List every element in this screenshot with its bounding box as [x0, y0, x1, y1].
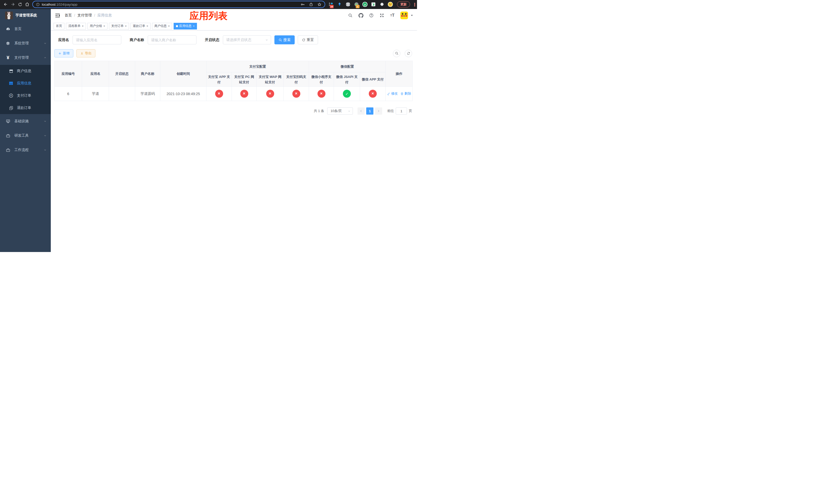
extension-command-icon[interactable] [345, 2, 351, 7]
back-icon[interactable] [2, 1, 9, 8]
address-bar[interactable]: localhost:1024/pay/app [32, 1, 325, 8]
sidebar-item-app-info[interactable]: 应用信息 [0, 77, 51, 90]
status-fail-icon [317, 90, 326, 98]
github-icon[interactable] [358, 13, 364, 18]
col-app-id: 应用编号 [54, 61, 82, 87]
page-size-select[interactable]: 10条/页 [327, 108, 353, 115]
top-navbar: 首页 / 支付管理 / 应用信息 应用列表 TT [51, 9, 417, 22]
refresh-table-button[interactable] [405, 50, 412, 57]
close-icon[interactable] [193, 24, 195, 28]
close-icon[interactable] [125, 24, 127, 28]
delete-link[interactable]: 删除 [400, 91, 411, 96]
app-logo[interactable]: 芋道管理系统 [0, 9, 51, 22]
extension-gem-icon[interactable] [337, 2, 343, 7]
prev-page-button[interactable] [357, 108, 365, 115]
help-icon[interactable] [369, 13, 374, 18]
share-icon[interactable] [309, 2, 313, 6]
page-annotation-title: 应用列表 [190, 9, 227, 22]
tab-user-group[interactable]: 用户分组 [87, 23, 107, 29]
key-icon[interactable] [301, 2, 305, 7]
cell-app-id: 6 [54, 87, 82, 101]
chevron-down-icon [44, 148, 47, 152]
svg-text:y: y [364, 3, 366, 6]
tab-refund-order[interactable]: 退款订单 [131, 23, 151, 29]
caret-down-icon[interactable] [410, 14, 413, 17]
next-page-button[interactable] [375, 108, 382, 115]
bookmark-star-icon[interactable] [317, 2, 322, 7]
browser-menu-icon[interactable]: ••• [413, 3, 416, 6]
add-button[interactable]: 新增 [54, 49, 73, 58]
sidebar-item-dev-tools[interactable]: 研发工具 [0, 129, 51, 143]
close-icon[interactable] [168, 24, 170, 28]
sidebar: 芋道管理系统 首页 系统管理 ¥ 支付管理 [0, 9, 51, 252]
status-pass-icon [343, 90, 351, 98]
sidebar-item-label: 支付订单 [17, 93, 31, 98]
app-name-input[interactable] [72, 36, 121, 44]
sidebar-item-home[interactable]: 首页 [0, 22, 51, 36]
status-fail-icon [369, 90, 377, 98]
plus-icon [58, 52, 62, 55]
sidebar-item-label: 退款订单 [17, 106, 31, 110]
home-icon[interactable] [24, 1, 31, 8]
tab-process-form[interactable]: 流程表单 [66, 23, 86, 29]
sidebar-item-pay-order[interactable]: ¥ 支付订单 [0, 90, 51, 102]
shop-icon [9, 69, 13, 73]
col-created: 创建时间 [160, 61, 206, 87]
extension-diamond-icon[interactable]: 10 [328, 2, 334, 7]
reset-button[interactable]: 重置 [298, 36, 318, 44]
sidebar-item-system[interactable]: 系统管理 [0, 36, 51, 50]
breadcrumb-separator: / [94, 13, 95, 18]
tab-app-info[interactable]: 应用信息 [174, 23, 197, 29]
sidebar-item-payment[interactable]: ¥ 支付管理 [0, 50, 51, 65]
close-icon[interactable] [103, 24, 105, 28]
cell-wx-lite [309, 87, 334, 101]
sidebar-fold-icon[interactable] [54, 12, 61, 19]
extensions-puzzle-icon[interactable] [379, 2, 385, 7]
payment-submenu: 商户信息 应用信息 ¥ 支付订单 退款订单 [0, 65, 51, 114]
fullscreen-icon[interactable] [379, 13, 385, 18]
show-search-button[interactable] [393, 50, 400, 57]
status-select[interactable]: 请选择开启状态 [223, 36, 271, 44]
extension-camera-icon[interactable]: 1 [354, 2, 359, 7]
close-icon[interactable] [82, 24, 84, 28]
search-icon[interactable] [348, 13, 353, 18]
sidebar-item-infra[interactable]: 基础设施 [0, 114, 51, 129]
cell-alipay-wap [257, 87, 284, 101]
search-icon [395, 51, 398, 55]
sidebar-item-refund-order[interactable]: 退款订单 [0, 102, 51, 114]
sidebar-item-label: 支付管理 [14, 55, 29, 60]
profile-avatar-emoji[interactable] [388, 2, 393, 7]
status-label: 开启状态 [205, 38, 219, 42]
cell-wx-app [360, 87, 386, 101]
pagination-total: 共 1 条 [314, 109, 324, 113]
tab-pay-order[interactable]: 支付订单 [109, 23, 129, 29]
sidebar-item-workflow[interactable]: 工作流程 [0, 143, 51, 157]
tab-merchant-info[interactable]: 商户信息 [152, 23, 172, 29]
app-title: 芋道管理系统 [15, 13, 37, 18]
sidebar-item-label: 商户信息 [17, 69, 31, 73]
close-icon[interactable] [147, 24, 148, 28]
tab-home[interactable]: 首页 [53, 23, 64, 29]
extension-green-y-icon[interactable]: y [362, 2, 368, 7]
forward-icon[interactable] [9, 1, 16, 8]
breadcrumb-home[interactable]: 首页 [65, 13, 72, 18]
search-button[interactable]: 搜索 [275, 36, 295, 44]
goto-page-input[interactable] [396, 108, 407, 115]
font-size-icon[interactable]: TT [390, 13, 395, 18]
extension-doc-icon[interactable] [371, 2, 376, 7]
cell-merchant: 芋道源码 [135, 87, 160, 101]
merchant-name-input[interactable] [148, 36, 196, 44]
export-button[interactable]: 导出 [76, 49, 95, 58]
extension-badge: 10 [330, 5, 334, 8]
breadcrumb-payment[interactable]: 支付管理 [78, 13, 92, 18]
monitor-chart-icon [6, 119, 10, 123]
col-merchant: 商户名称 [135, 61, 160, 87]
chevron-down-icon [44, 134, 47, 137]
page-number-current[interactable]: 1 [366, 108, 373, 115]
reload-icon[interactable] [16, 1, 24, 8]
site-info-icon[interactable] [36, 3, 40, 6]
edit-link[interactable]: 修改 [387, 91, 398, 96]
sidebar-item-merchant-info[interactable]: 商户信息 [0, 65, 51, 77]
user-avatar[interactable] [400, 12, 408, 19]
browser-update-button[interactable]: 更新 [397, 1, 410, 7]
